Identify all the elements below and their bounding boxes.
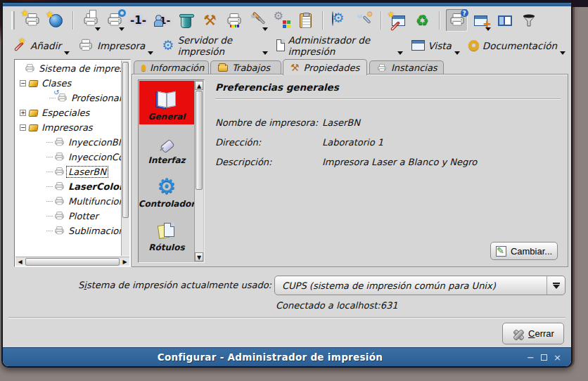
tab-trabajos[interactable]: Trabajos: [210, 60, 281, 75]
menu-vista[interactable]: Vista: [410, 35, 460, 56]
tools-button[interactable]: ⚒: [199, 9, 221, 32]
category-controlador[interactable]: ⚙ Controlador: [139, 168, 194, 212]
tree-item-label[interactable]: InyeccionBN: [67, 137, 121, 148]
printer-icon: [54, 167, 65, 177]
wand-icon: ★: [13, 39, 27, 53]
tree-item-label[interactable]: Clases: [40, 78, 72, 89]
tree-item-plotter[interactable]: Plotter: [15, 209, 121, 224]
tree-item-label[interactable]: Multifuncion: [67, 196, 121, 207]
menu-impresora[interactable]: Impresora: [77, 35, 153, 56]
wrench-icon: [250, 13, 266, 28]
filter-button[interactable]: [518, 9, 539, 32]
printer-icon: [78, 38, 94, 53]
server-settings-button[interactable]: ⚙: [329, 9, 351, 32]
tab-instancias[interactable]: Instancias: [369, 60, 444, 75]
label-text: errar: [535, 328, 554, 339]
close-dialog-button[interactable]: Cerrar: [502, 323, 564, 344]
tree-item-label[interactable]: Impresoras: [40, 122, 94, 133]
printer-copies-button[interactable]: [79, 9, 101, 32]
printer-test-page-button[interactable]: [223, 9, 245, 32]
combobox-dropdown-button[interactable]: [547, 276, 565, 295]
tree-item-impresoras[interactable]: − Impresoras: [15, 120, 121, 135]
change-button[interactable]: ✎ Cambiar...: [490, 242, 558, 260]
printer-icon: [54, 181, 65, 192]
refresh-icon: ♻: [416, 13, 429, 28]
tree-item-inyeccioncolor[interactable]: InyeccionColor: [15, 150, 121, 164]
scroll-left-icon[interactable]: ◀: [15, 257, 25, 266]
maximize-button[interactable]: [541, 354, 547, 361]
add-special-printer-button[interactable]: ★: [45, 9, 67, 32]
field-value: Impresora Laser a Blanco y Negro: [322, 157, 477, 167]
tree-item-profesional[interactable]: ↺ Profesional: [15, 91, 121, 105]
tree-item-sublimacion[interactable]: Sublimacion: [15, 224, 121, 238]
tree-item-clases[interactable]: − Clases: [15, 76, 121, 91]
window-close-button[interactable]: ×: [552, 352, 563, 363]
trash-button[interactable]: [175, 9, 197, 32]
wizard-window-button[interactable]: ★: [388, 9, 409, 32]
tree-item-label[interactable]: Especiales: [40, 108, 91, 118]
tree-item-inyeccionbn[interactable]: InyeccionBN: [15, 135, 121, 150]
menu-anadir[interactable]: ★ Añadir: [11, 35, 70, 56]
menu-administrador-de-impresion[interactable]: Administrador de impresión: [275, 35, 403, 56]
window-add-button[interactable]: ✚: [470, 9, 492, 32]
user-minus-one-button[interactable]: 1-: [151, 9, 173, 32]
printer-configure-button[interactable]: [103, 9, 125, 32]
system-gears-button[interactable]: ⚙: [271, 9, 293, 32]
info-ring-icon: [141, 65, 146, 71]
tree-item-label[interactable]: Sistema de impresión: [37, 63, 121, 74]
menu-servidor-de-impresion[interactable]: ⚙ Servidor de impresión: [160, 35, 268, 56]
category-interfaz[interactable]: Interfaz: [139, 124, 194, 168]
tree-item-multifuncion[interactable]: Multifuncion: [15, 194, 121, 209]
minimize-button[interactable]: −: [525, 352, 536, 363]
scroll-right-icon[interactable]: ▶: [120, 257, 129, 266]
maintenance-wrench-button[interactable]: [247, 9, 269, 32]
scrollbar-thumb[interactable]: [25, 258, 120, 266]
category-rotulos[interactable]: Rótulos: [139, 212, 194, 255]
general-preferences: Preferencias generales Nombre de impreso…: [215, 82, 561, 262]
scrollbar-thumb[interactable]: [196, 91, 203, 190]
configure-wrench-button[interactable]: ⚙: [353, 9, 375, 32]
toolbar-handle[interactable]: [11, 11, 15, 30]
tree-item-label[interactable]: InyeccionColor: [67, 152, 121, 162]
tree-horizontal-scrollbar[interactable]: ◀ ▶: [15, 257, 129, 266]
category-general[interactable]: General: [139, 81, 194, 124]
expand-expander[interactable]: +: [20, 110, 26, 116]
window-title: Configurar - Administrador de impresión: [0, 351, 554, 363]
tools-cross-icon: ⚒: [203, 13, 217, 28]
printer-help-button[interactable]: ?: [446, 9, 468, 32]
combo-arrow-icon: [553, 283, 560, 284]
window-titlebar[interactable]: Configurar - Administrador de impresión …: [3, 347, 571, 366]
tree-item-label[interactable]: Profesional: [70, 93, 121, 103]
clipboard-icon: [300, 13, 312, 28]
remove-minus-one-button[interactable]: -1-: [127, 9, 149, 32]
print-system-combobox[interactable]: CUPS (sistema de impresión común para Un…: [274, 276, 565, 295]
tab-informacion[interactable]: Información: [134, 60, 209, 75]
tree-item-label[interactable]: Plotter: [67, 211, 100, 221]
field-row: Dirección: Laboratorio 1: [215, 132, 561, 152]
gold-category-icon: [29, 124, 38, 131]
printer-stripes-icon: [226, 12, 243, 29]
scroll-up-icon[interactable]: ▲: [195, 81, 203, 90]
menu-documentacion[interactable]: Documentación: [467, 35, 565, 56]
tree-item-especiales[interactable]: + Especiales: [15, 105, 121, 120]
tree-item-lasercolor[interactable]: LaserColor: [15, 179, 121, 194]
view-columns-button[interactable]: [494, 9, 516, 32]
tree-item-sistema-de-impresion[interactable]: Sistema de impresión: [15, 61, 121, 76]
tree-item-label[interactable]: Sublimacion: [67, 226, 121, 236]
collapse-expander[interactable]: −: [20, 80, 26, 86]
tree-vertical-scrollbar[interactable]: [121, 60, 129, 256]
collapse-expander[interactable]: −: [20, 124, 26, 131]
window-icon: [411, 40, 425, 51]
tree-item-label[interactable]: LaserColor: [67, 181, 121, 192]
tree-item-label[interactable]: LaserBN: [67, 167, 108, 177]
report-clipboard-button[interactable]: [295, 9, 317, 32]
scrollbar-thumb[interactable]: [122, 62, 129, 218]
tab-propiedades[interactable]: ⚒ Propiedades: [283, 59, 367, 75]
tree-item-laserbn[interactable]: LaserBN: [15, 164, 121, 179]
combo-arrow-icon: [553, 285, 560, 289]
scroll-down-icon[interactable]: ▼: [195, 252, 203, 261]
add-printer-wizard-button[interactable]: ★: [21, 9, 43, 32]
category-list-scrollbar[interactable]: ▲ ▼: [194, 81, 203, 261]
tree-rows: Sistema de impresión − Clases ↺ Profesio…: [15, 61, 121, 256]
refresh-button[interactable]: ♻: [411, 9, 433, 32]
